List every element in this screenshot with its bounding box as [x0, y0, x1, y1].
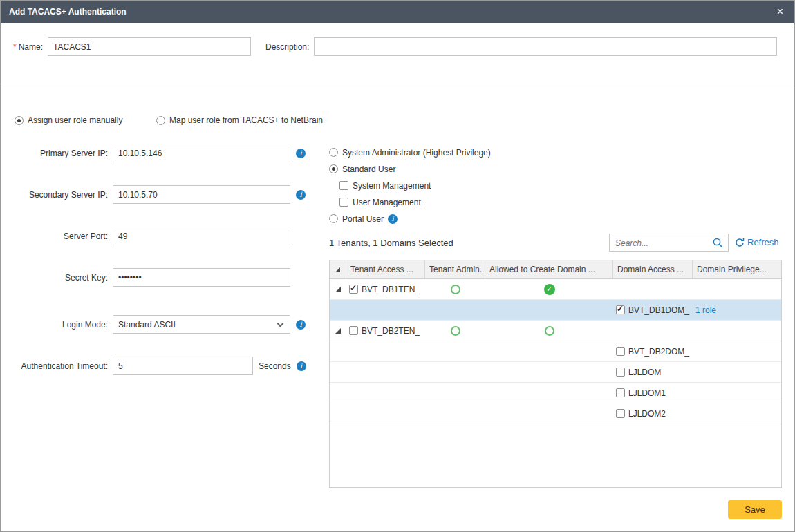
search-input[interactable]	[614, 238, 712, 249]
primary-server-ip-label: Primary Server IP:	[1, 149, 108, 158]
portal-user-radio[interactable]	[329, 214, 338, 223]
table-row-tenant[interactable]: BVT_DB1TEN_	[330, 279, 781, 300]
standard-user-radio[interactable]	[329, 164, 338, 173]
required-asterisk: *	[13, 42, 17, 52]
expander-icon	[335, 267, 340, 272]
domain-label: BVT_DB1DOM_	[628, 305, 689, 315]
user-management-checkbox[interactable]	[339, 198, 348, 207]
refresh-label: Refresh	[747, 237, 779, 247]
login-mode-label: Login Mode:	[1, 320, 108, 330]
description-input[interactable]	[314, 37, 777, 56]
col-tenant-admin[interactable]: Tenant Admin...	[425, 260, 485, 278]
domain-label: LJLDOM2	[628, 409, 666, 419]
tenant-admin-none-icon	[451, 326, 460, 336]
login-mode-select[interactable]: Standard ASCII	[113, 315, 290, 334]
col-domain-privilege[interactable]: Domain Privilege...	[693, 260, 781, 278]
info-icon[interactable]	[297, 361, 306, 371]
allowed-create-granted-icon	[544, 284, 555, 295]
server-port-input[interactable]	[113, 227, 290, 245]
map-role-label: Map user role from TACACS+ to NetBrain	[169, 115, 323, 125]
user-management-label: User Management	[353, 198, 421, 207]
secondary-server-ip-input[interactable]	[113, 185, 290, 204]
tenant-label: BVT_DB2TEN_	[362, 326, 420, 336]
domain-checkbox[interactable]	[616, 305, 625, 314]
system-admin-label: System Administrator (Highest Privilege)	[342, 148, 491, 158]
tenant-admin-none-icon	[451, 285, 460, 294]
table-row-domain[interactable]: BVT_DB2DOM_	[330, 341, 781, 362]
info-icon[interactable]	[296, 320, 306, 330]
col-allowed-create-domain[interactable]: Allowed to Create Domain ...	[485, 260, 613, 278]
table-row-domain[interactable]: LJLDOM	[330, 362, 781, 383]
info-icon[interactable]	[296, 149, 306, 158]
tenant-label: BVT_DB1TEN_	[362, 285, 420, 294]
seconds-suffix-label: Seconds	[259, 361, 291, 371]
refresh-icon	[735, 238, 745, 247]
portal-user-label: Portal User	[342, 214, 384, 224]
tenant-checkbox[interactable]	[349, 285, 358, 294]
col-tenant-access[interactable]: Tenant Access ...	[346, 260, 425, 278]
info-icon[interactable]	[388, 214, 398, 224]
chevron-down-icon	[277, 321, 284, 327]
secret-key-input[interactable]	[113, 268, 290, 287]
secret-key-label: Secret Key:	[1, 273, 108, 283]
table-row-domain[interactable]: LJLDOM1	[330, 383, 781, 403]
tenant-domain-table: Tenant Access ... Tenant Admin... Allowe…	[329, 260, 782, 488]
domain-checkbox[interactable]	[616, 388, 625, 397]
standard-user-label: Standard User	[342, 164, 395, 174]
dialog-titlebar: Add TACACS+ Authentication ×	[1, 1, 794, 23]
save-button[interactable]: Save	[728, 500, 782, 519]
domain-label: LJLDOM	[628, 368, 661, 377]
tenant-checkbox[interactable]	[349, 326, 358, 335]
add-tacacs-dialog: Add TACACS+ Authentication × * Name: Des…	[0, 0, 795, 532]
search-box	[609, 234, 729, 252]
domain-label: BVT_DB2DOM_	[628, 347, 689, 357]
system-management-label: System Management	[353, 181, 431, 191]
table-row-domain[interactable]: BVT_DB1DOM_ 1 role	[330, 300, 781, 321]
map-role-radio[interactable]	[156, 116, 165, 125]
table-row-domain[interactable]: LJLDOM2	[330, 403, 781, 424]
search-icon[interactable]	[712, 237, 724, 249]
description-label: Description:	[265, 42, 309, 52]
system-management-checkbox[interactable]	[339, 181, 348, 190]
system-admin-radio[interactable]	[329, 148, 338, 157]
table-header-row: Tenant Access ... Tenant Admin... Allowe…	[330, 260, 781, 279]
selection-summary: 1 Tenants, 1 Domains Selected	[329, 238, 453, 248]
domain-checkbox[interactable]	[616, 368, 625, 377]
primary-server-ip-input[interactable]	[113, 144, 290, 162]
close-icon[interactable]: ×	[774, 5, 786, 19]
expand-all-header-cell[interactable]	[330, 260, 346, 278]
dialog-title: Add TACACS+ Authentication	[9, 7, 127, 17]
domain-label: LJLDOM1	[628, 388, 666, 398]
allowed-create-none-icon	[545, 326, 554, 336]
info-icon[interactable]	[296, 190, 306, 200]
secondary-server-ip-label: Secondary Server IP:	[1, 190, 108, 200]
domain-checkbox[interactable]	[616, 347, 625, 356]
expander-icon[interactable]	[335, 287, 341, 292]
name-input[interactable]	[48, 37, 251, 56]
col-domain-access[interactable]: Domain Access ...	[613, 260, 693, 278]
refresh-button[interactable]: Refresh	[735, 237, 779, 247]
auth-timeout-input[interactable]	[113, 357, 253, 375]
assign-manually-label: Assign user role manually	[28, 115, 122, 125]
table-row-tenant[interactable]: BVT_DB2TEN_	[330, 321, 781, 341]
login-mode-value: Standard ASCII	[118, 320, 176, 330]
section-divider	[1, 84, 794, 84]
role-count-link[interactable]: 1 role	[695, 305, 716, 315]
server-port-label: Server Port:	[1, 231, 108, 241]
domain-checkbox[interactable]	[616, 409, 625, 418]
assign-manually-radio[interactable]	[15, 116, 24, 125]
name-label: Name:	[19, 42, 43, 52]
expander-icon[interactable]	[335, 328, 341, 334]
auth-timeout-label: Authentication Timeout:	[1, 361, 108, 371]
